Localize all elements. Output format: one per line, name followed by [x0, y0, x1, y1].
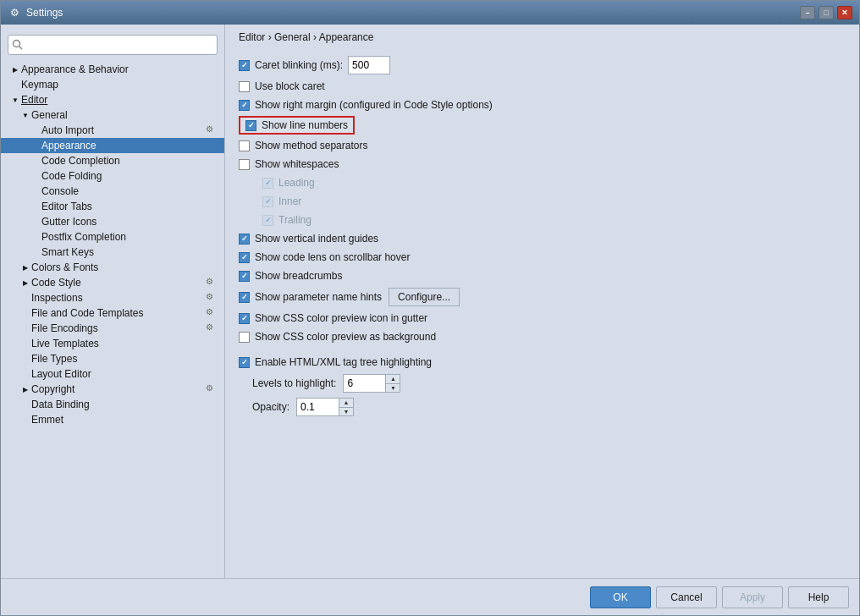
- sidebar-item-live-templates[interactable]: ▶ Live Templates: [1, 336, 224, 351]
- use-block-caret-wrap: Use block caret: [239, 80, 325, 92]
- show-right-margin-checkbox[interactable]: [239, 100, 250, 111]
- sidebar-item-code-completion[interactable]: ▶ Code Completion: [1, 153, 224, 168]
- sidebar: ▶ Appearance & Behavior ▶ Keymap ▼ Edito…: [1, 25, 225, 578]
- settings-icon: ⚙: [206, 277, 218, 289]
- enable-html-xml-wrap: Enable HTML/XML tag tree highlighting: [239, 356, 432, 368]
- show-line-numbers-checkbox[interactable]: [245, 120, 256, 131]
- show-param-hints-checkbox[interactable]: [239, 292, 250, 303]
- show-whitespaces-row: Show whitespaces: [239, 155, 846, 173]
- sidebar-item-file-types[interactable]: ▶ File Types: [1, 351, 224, 366]
- levels-spinner: ▲ ▼: [343, 374, 400, 393]
- trailing-checkbox[interactable]: [262, 215, 273, 226]
- sidebar-item-code-folding[interactable]: ▶ Code Folding: [1, 168, 224, 184]
- use-block-caret-checkbox[interactable]: [239, 81, 250, 92]
- configure-button[interactable]: Configure...: [389, 288, 460, 306]
- sidebar-item-editor-tabs[interactable]: ▶ Editor Tabs: [1, 199, 224, 214]
- show-vertical-indent-wrap: Show vertical indent guides: [239, 233, 378, 245]
- ok-button[interactable]: OK: [590, 586, 651, 608]
- inner-wrap: Inner: [262, 195, 301, 207]
- opacity-spin-down[interactable]: ▼: [339, 407, 353, 416]
- sidebar-item-editor[interactable]: ▼ Editor: [1, 92, 224, 107]
- sidebar-item-code-style[interactable]: ▶ Code Style ⚙: [1, 275, 224, 290]
- show-code-lens-checkbox[interactable]: [239, 252, 250, 263]
- inner-label: Inner: [278, 195, 301, 207]
- enable-html-xml-checkbox[interactable]: [239, 357, 250, 368]
- maximize-button[interactable]: □: [819, 6, 834, 19]
- window-controls: – □ ✕: [800, 6, 852, 19]
- opacity-input[interactable]: [296, 398, 339, 416]
- help-button[interactable]: Help: [788, 586, 849, 608]
- sidebar-item-smart-keys[interactable]: ▶ Smart Keys: [1, 245, 224, 260]
- leading-checkbox[interactable]: [262, 178, 273, 189]
- caret-blinking-checkbox[interactable]: [239, 60, 250, 71]
- show-breadcrumbs-wrap: Show breadcrumbs: [239, 270, 342, 282]
- caret-blinking-input[interactable]: [348, 56, 390, 74]
- use-block-caret-label: Use block caret: [255, 80, 325, 92]
- sidebar-item-postfix-completion[interactable]: ▶ Postfix Completion: [1, 229, 224, 245]
- show-breadcrumbs-row: Show breadcrumbs: [239, 267, 846, 285]
- sidebar-item-appearance[interactable]: ▶ Appearance: [1, 138, 224, 153]
- sidebar-item-gutter-icons[interactable]: ▶ Gutter Icons: [1, 214, 224, 229]
- apply-button[interactable]: Apply: [722, 586, 783, 608]
- show-code-lens-label: Show code lens on scrollbar hover: [255, 251, 410, 263]
- show-code-lens-row: Show code lens on scrollbar hover: [239, 248, 846, 267]
- sidebar-item-general[interactable]: ▼ General: [1, 107, 224, 123]
- levels-highlight-row: Levels to highlight: ▲ ▼: [239, 371, 846, 395]
- show-css-icon-checkbox[interactable]: [239, 313, 250, 324]
- sidebar-item-layout-editor[interactable]: ▶ Layout Editor: [1, 366, 224, 382]
- title-bar: ⚙ Settings – □ ✕: [1, 1, 859, 25]
- sidebar-item-auto-import[interactable]: ▶ Auto Import ⚙: [1, 123, 224, 138]
- cancel-button[interactable]: Cancel: [656, 586, 717, 608]
- levels-spin-up[interactable]: ▲: [386, 375, 400, 383]
- sidebar-item-copyright[interactable]: ▶ Copyright ⚙: [1, 382, 224, 397]
- show-method-separators-checkbox[interactable]: [239, 140, 250, 151]
- arrow-icon: ▶: [21, 278, 30, 287]
- show-css-icon-row: Show CSS color preview icon in gutter: [239, 309, 846, 327]
- sidebar-item-appearance-behavior[interactable]: ▶ Appearance & Behavior: [1, 62, 224, 77]
- sidebar-item-console[interactable]: ▶ Console: [1, 184, 224, 199]
- show-whitespaces-label: Show whitespaces: [255, 158, 339, 170]
- inner-checkbox[interactable]: [262, 196, 273, 207]
- minimize-button[interactable]: –: [800, 6, 815, 19]
- arrow-icon: ▼: [21, 111, 30, 119]
- show-css-bg-wrap: Show CSS color preview as background: [239, 331, 436, 343]
- leading-wrap: Leading: [262, 177, 315, 189]
- sidebar-item-keymap[interactable]: ▶ Keymap: [1, 77, 224, 92]
- content-area: ▶ Appearance & Behavior ▶ Keymap ▼ Edito…: [1, 25, 859, 578]
- show-whitespaces-checkbox[interactable]: [239, 159, 250, 170]
- sidebar-item-file-code-templates[interactable]: ▶ File and Code Templates ⚙: [1, 305, 224, 321]
- settings-icon: ⚙: [206, 322, 218, 334]
- show-vertical-indent-row: Show vertical indent guides: [239, 229, 846, 248]
- use-block-caret-row: Use block caret: [239, 77, 846, 96]
- trailing-wrap: Trailing: [262, 214, 311, 226]
- close-button[interactable]: ✕: [837, 6, 852, 19]
- show-breadcrumbs-checkbox[interactable]: [239, 271, 250, 282]
- show-method-separators-row: Show method separators: [239, 136, 846, 155]
- leading-row: Leading: [239, 173, 846, 192]
- settings-icon: ⚙: [206, 124, 218, 136]
- show-css-bg-checkbox[interactable]: [239, 332, 250, 343]
- show-css-icon-wrap: Show CSS color preview icon in gutter: [239, 312, 427, 324]
- enable-html-xml-label: Enable HTML/XML tag tree highlighting: [255, 356, 432, 368]
- caret-blinking-label: Caret blinking (ms):: [255, 59, 343, 71]
- inner-row: Inner: [239, 192, 846, 211]
- sidebar-item-emmet[interactable]: ▶ Emmet: [1, 412, 224, 427]
- sidebar-item-file-encodings[interactable]: ▶ File Encodings ⚙: [1, 321, 224, 336]
- show-param-hints-label: Show parameter name hints: [255, 291, 382, 303]
- search-input[interactable]: [8, 35, 218, 55]
- arrow-icon: ▶: [11, 65, 19, 74]
- show-vertical-indent-label: Show vertical indent guides: [255, 233, 378, 245]
- sidebar-item-inspections[interactable]: ▶ Inspections ⚙: [1, 290, 224, 305]
- levels-input[interactable]: [343, 374, 385, 393]
- show-right-margin-wrap: Show right margin (configured in Code St…: [239, 99, 493, 111]
- show-param-hints-wrap: Show parameter name hints: [239, 291, 382, 303]
- levels-spin-down[interactable]: ▼: [386, 383, 400, 393]
- show-vertical-indent-checkbox[interactable]: [239, 234, 250, 245]
- sidebar-item-colors-fonts[interactable]: ▶ Colors & Fonts: [1, 260, 224, 275]
- opacity-label: Opacity:: [252, 401, 289, 413]
- opacity-spin-up[interactable]: ▲: [339, 399, 353, 407]
- settings-icon: ⚙: [206, 307, 218, 319]
- show-right-margin-row: Show right margin (configured in Code St…: [239, 96, 846, 114]
- bottom-bar: OK Cancel Apply Help: [1, 578, 859, 615]
- sidebar-item-data-binding[interactable]: ▶ Data Binding: [1, 397, 224, 412]
